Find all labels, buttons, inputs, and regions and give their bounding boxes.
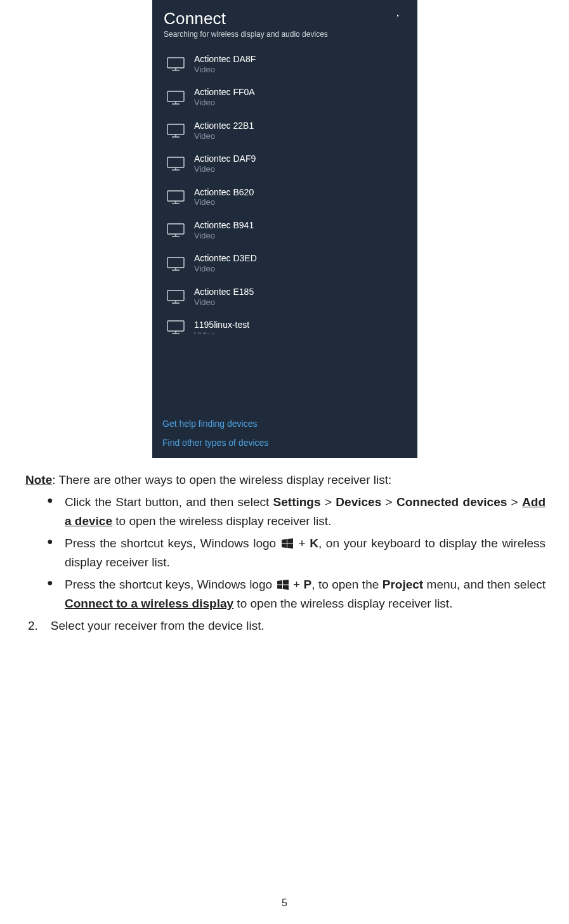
note-line: Note: There are other ways to open the w… bbox=[25, 471, 546, 489]
text-bold-underline: Connect to a wireless display bbox=[65, 597, 233, 610]
text-span: + bbox=[290, 578, 304, 591]
svg-rect-24 bbox=[167, 321, 184, 331]
svg-rect-18 bbox=[167, 257, 184, 268]
panel-links: Get help finding devices Find other type… bbox=[152, 415, 417, 458]
text-span: > bbox=[507, 495, 522, 509]
monitor-icon bbox=[166, 190, 185, 204]
device-name: Actiontec DAF9 bbox=[194, 153, 256, 164]
svg-rect-15 bbox=[167, 224, 184, 234]
text-span: to open the wireless display receiver li… bbox=[233, 597, 452, 610]
connect-panel: . Connect Searching for wireless display… bbox=[152, 0, 417, 458]
monitor-icon bbox=[166, 320, 185, 334]
device-item[interactable]: Actiontec FF0A Video bbox=[160, 81, 410, 114]
svg-rect-9 bbox=[167, 157, 184, 167]
device-item[interactable]: 1195linux-test Video bbox=[160, 313, 410, 341]
device-type: Video bbox=[194, 197, 254, 207]
text-bold: K bbox=[310, 537, 318, 550]
text-bold: Settings bbox=[273, 495, 321, 509]
svg-rect-12 bbox=[167, 191, 184, 201]
monitor-icon bbox=[166, 157, 185, 171]
device-name: Actiontec DA8F bbox=[194, 54, 256, 65]
document-body: Note: There are other ways to open the w… bbox=[25, 471, 546, 635]
connect-header: . Connect Searching for wireless display… bbox=[152, 0, 417, 44]
device-item[interactable]: Actiontec E185 Video bbox=[160, 280, 410, 313]
device-type: Video bbox=[194, 264, 257, 274]
text-span: > bbox=[321, 495, 336, 509]
step-number: 2. bbox=[28, 616, 38, 635]
svg-marker-30 bbox=[287, 544, 293, 549]
page-number: 5 bbox=[0, 897, 569, 909]
text-span: + bbox=[294, 537, 310, 550]
bullet-item-2: Press the shortcut keys, Windows logo + … bbox=[47, 534, 546, 571]
device-name: Actiontec B620 bbox=[194, 187, 254, 198]
note-label: Note bbox=[25, 473, 52, 486]
svg-marker-27 bbox=[282, 539, 287, 543]
step-text: Select your receiver from the device lis… bbox=[51, 616, 265, 635]
device-type: Video bbox=[194, 131, 254, 141]
windows-logo-icon bbox=[282, 538, 293, 549]
monitor-icon bbox=[166, 290, 185, 304]
device-type: Video bbox=[194, 231, 254, 241]
svg-rect-21 bbox=[167, 290, 184, 301]
monitor-icon bbox=[166, 223, 185, 237]
step-2: 2. Select your receiver from the device … bbox=[25, 616, 546, 635]
device-item[interactable]: Actiontec D3ED Video bbox=[160, 247, 410, 280]
svg-rect-3 bbox=[167, 91, 184, 101]
bullet-item-3: Press the shortcut keys, Windows logo + … bbox=[47, 575, 546, 613]
text-span: menu, and then select bbox=[423, 578, 546, 591]
note-text: : There are other ways to open the wirel… bbox=[52, 473, 391, 486]
monitor-icon bbox=[166, 124, 185, 138]
device-name: 1195linux-test bbox=[194, 320, 249, 330]
svg-marker-29 bbox=[282, 544, 287, 549]
text-span: > bbox=[381, 495, 396, 509]
svg-rect-0 bbox=[167, 58, 184, 68]
text-span: Click the Start button, and then select bbox=[65, 495, 273, 509]
svg-marker-34 bbox=[283, 585, 289, 590]
device-type: Video bbox=[194, 65, 256, 75]
progress-indicator: . bbox=[396, 5, 400, 19]
monitor-icon bbox=[166, 91, 185, 105]
text-bold: P bbox=[303, 578, 311, 591]
text-bold: Project bbox=[383, 578, 423, 591]
device-item[interactable]: Actiontec B620 Video bbox=[160, 181, 410, 214]
device-name: Actiontec FF0A bbox=[194, 87, 255, 98]
svg-marker-33 bbox=[277, 585, 282, 590]
windows-logo-icon bbox=[277, 580, 289, 590]
device-type: Video bbox=[194, 297, 254, 308]
text-span: to open the wireless display receiver li… bbox=[112, 514, 331, 528]
svg-rect-6 bbox=[167, 124, 184, 134]
device-name: Actiontec E185 bbox=[194, 287, 254, 297]
text-bold: Devices bbox=[336, 495, 381, 509]
svg-marker-28 bbox=[287, 538, 293, 543]
help-finding-devices-link[interactable]: Get help finding devices bbox=[162, 419, 407, 429]
device-list: Actiontec DA8F Video Actiontec FF0A Vide… bbox=[152, 44, 417, 415]
panel-title: Connect bbox=[164, 9, 406, 29]
monitor-icon bbox=[166, 57, 185, 71]
bullet-item-1: Click the Start button, and then select … bbox=[47, 493, 546, 530]
device-item[interactable]: Actiontec 22B1 Video bbox=[160, 114, 410, 147]
monitor-icon bbox=[166, 257, 185, 271]
find-other-devices-link[interactable]: Find other types of devices bbox=[162, 438, 407, 448]
device-item[interactable]: Actiontec DA8F Video bbox=[160, 48, 410, 81]
device-type: Video bbox=[194, 330, 249, 334]
device-item[interactable]: Actiontec B941 Video bbox=[160, 214, 410, 247]
text-span: Press the shortcut keys, Windows logo bbox=[65, 578, 276, 591]
svg-marker-31 bbox=[277, 580, 282, 585]
device-type: Video bbox=[194, 98, 255, 108]
device-name: Actiontec 22B1 bbox=[194, 120, 254, 131]
device-name: Actiontec B941 bbox=[194, 220, 254, 231]
text-span: , to open the bbox=[311, 578, 383, 591]
device-name: Actiontec D3ED bbox=[194, 253, 257, 264]
device-item[interactable]: Actiontec DAF9 Video bbox=[160, 147, 410, 180]
svg-marker-32 bbox=[283, 580, 289, 585]
device-type: Video bbox=[194, 164, 256, 174]
text-bold: Connected devices bbox=[396, 495, 507, 509]
text-span: Press the shortcut keys, Windows logo bbox=[65, 537, 280, 550]
panel-subtitle: Searching for wireless display and audio… bbox=[164, 30, 406, 39]
